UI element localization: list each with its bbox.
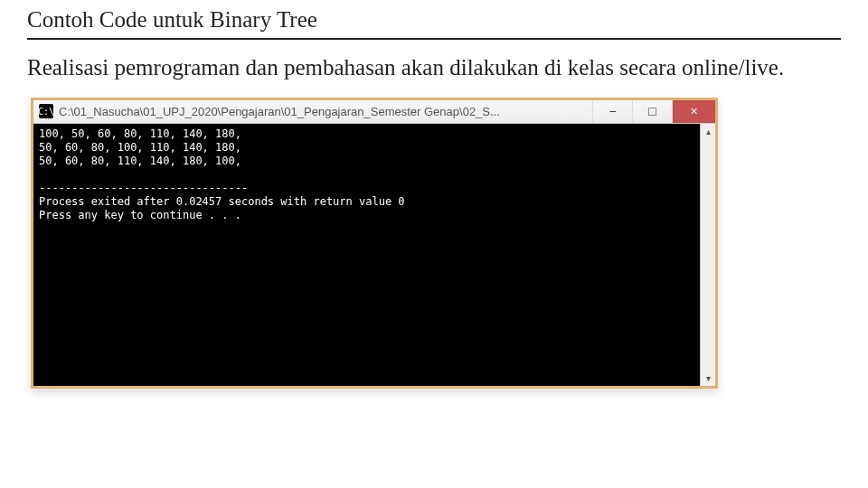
scroll-down-icon[interactable]: ▾ [701, 371, 715, 386]
intro-paragraph: Realisasi pemrograman dan pembahasan aka… [27, 52, 841, 83]
console-output: 100, 50, 60, 80, 110, 140, 180, 50, 60, … [33, 124, 700, 386]
scroll-up-icon[interactable]: ▴ [701, 124, 715, 139]
scrollbar-track[interactable] [701, 139, 715, 371]
close-button[interactable]: × [672, 100, 715, 123]
window-titlebar[interactable]: C:\ C:\01_Nasucha\01_UPJ_2020\Pengajaran… [33, 100, 715, 124]
minimize-button[interactable]: − [592, 100, 632, 123]
section-heading: Contoh Code untuk Binary Tree [27, 7, 841, 40]
console-window: C:\ C:\01_Nasucha\01_UPJ_2020\Pengajaran… [31, 98, 718, 389]
window-title: C:\01_Nasucha\01_UPJ_2020\Pengajaran\01_… [59, 105, 592, 118]
vertical-scrollbar[interactable]: ▴ ▾ [700, 124, 715, 386]
maximize-button[interactable]: □ [632, 100, 672, 123]
cmd-icon: C:\ [39, 104, 53, 118]
